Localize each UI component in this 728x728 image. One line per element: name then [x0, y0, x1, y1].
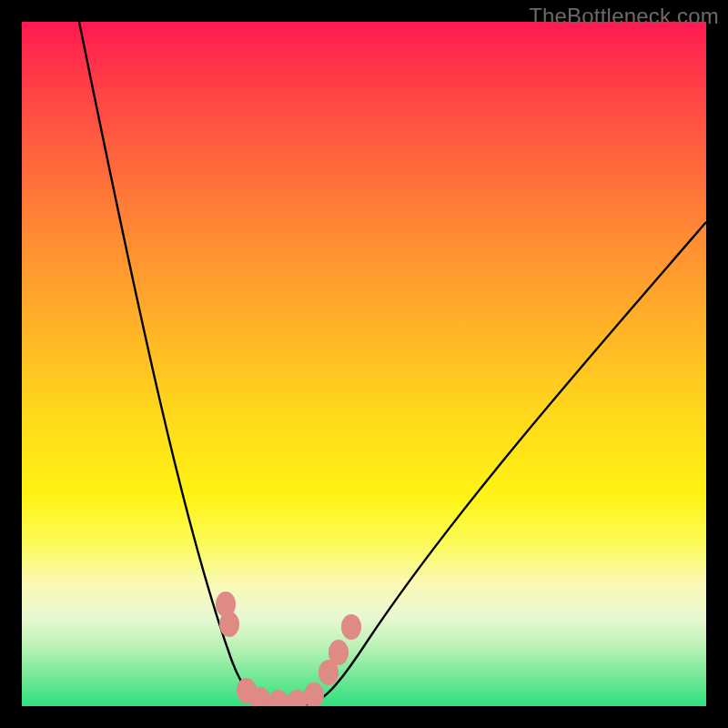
- curve-left: [79, 22, 268, 704]
- watermark-text: TheBottleneck.com: [529, 4, 719, 29]
- curve-right: [308, 222, 706, 704]
- data-marker: [268, 690, 288, 706]
- chart-svg: [22, 22, 706, 706]
- data-marker: [329, 640, 349, 665]
- chart-frame: [22, 22, 706, 706]
- data-marker: [287, 690, 307, 706]
- markers-group: [216, 592, 361, 706]
- data-marker: [219, 612, 239, 637]
- curves-group: [79, 22, 706, 704]
- data-marker: [304, 682, 324, 706]
- data-marker: [341, 614, 361, 640]
